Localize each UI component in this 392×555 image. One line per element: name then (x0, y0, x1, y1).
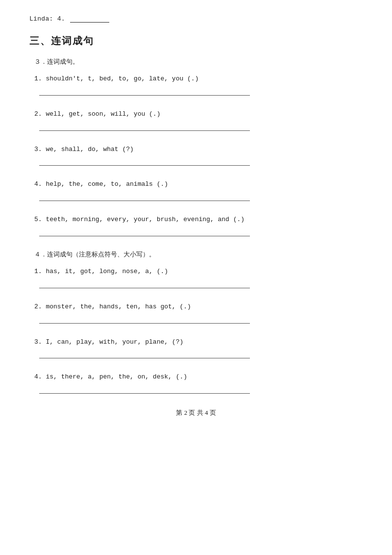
item-words: 3. we, shall, do, what (?) (34, 145, 363, 155)
item-words: 1. has, it, got, long, nose, a, (.) (34, 267, 363, 277)
item-text: shouldn't, t, bed, to, go, late, you (.) (46, 75, 198, 82)
subsection3-label: ３．连词成句。 (29, 57, 363, 66)
answer-line (39, 201, 250, 201)
section3-title: 三、连词成句 (29, 34, 363, 48)
answer-line (39, 165, 250, 166)
subsection4-items: 1. has, it, got, long, nose, a, (.) 2. m… (29, 267, 363, 394)
subsection3-items: 1. shouldn't, t, bed, to, go, late, you … (29, 74, 363, 236)
list-item: 5. teeth, morning, every, your, brush, e… (29, 215, 363, 236)
answer-line (39, 358, 250, 358)
subsection4-label: ４．连词成句（注意标点符号、大小写）。 (29, 250, 363, 259)
answer-line (39, 95, 250, 96)
list-item: 3. we, shall, do, what (?) (29, 145, 363, 166)
item-number: 2. (34, 303, 42, 310)
item-text: we, shall, do, what (?) (46, 146, 133, 153)
item-words: 5. teeth, morning, every, your, brush, e… (34, 215, 363, 225)
list-item: 1. has, it, got, long, nose, a, (.) (29, 267, 363, 288)
item-number: 4. (34, 373, 42, 380)
list-item: 4. help, the, come, to, animals (.) (29, 179, 363, 201)
answer-line (39, 393, 250, 394)
item-text: is, there, a, pen, the, on, desk, (.) (46, 373, 187, 380)
item-words: 2. well, get, soon, will, you (.) (34, 109, 363, 120)
top-linda-line: Linda: 4. (29, 15, 363, 23)
item-words: 1. shouldn't, t, bed, to, go, late, you … (34, 74, 363, 84)
item-number: 3. (34, 146, 42, 153)
page-info: 第 2 页 共 4 页 (176, 409, 216, 416)
page-footer: 第 2 页 共 4 页 (29, 408, 363, 417)
item-text: teeth, morning, every, your, brush, even… (46, 216, 245, 223)
list-item: 3. I, can, play, with, your, plane, (?) (29, 337, 363, 359)
item-text: help, the, come, to, animals (.) (46, 180, 168, 188)
item-words: 4. is, there, a, pen, the, on, desk, (.) (34, 372, 363, 382)
item-text: monster, the, hands, ten, has got, (.) (46, 303, 191, 310)
list-item: 4. is, there, a, pen, the, on, desk, (.) (29, 372, 363, 394)
item-text: I, can, play, with, your, plane, (?) (46, 338, 183, 346)
item-number: 2. (34, 110, 42, 118)
answer-line (39, 130, 250, 131)
item-words: 3. I, can, play, with, your, plane, (?) (34, 337, 363, 348)
item-words: 4. help, the, come, to, animals (.) (34, 179, 363, 190)
item-number: 5. (34, 216, 42, 223)
item-text: has, it, got, long, nose, a, (.) (46, 268, 168, 275)
list-item: 2. monster, the, hands, ten, has got, (.… (29, 302, 363, 324)
list-item: 1. shouldn't, t, bed, to, go, late, you … (29, 74, 363, 96)
item-number: 4. (34, 180, 42, 188)
linda-blank (70, 15, 109, 23)
item-text: well, get, soon, will, you (.) (46, 110, 160, 118)
item-number: 3. (34, 338, 42, 346)
list-item: 2. well, get, soon, will, you (.) (29, 109, 363, 131)
answer-line (39, 288, 250, 288)
item-number: 1. (34, 268, 42, 275)
item-words: 2. monster, the, hands, ten, has got, (.… (34, 302, 363, 312)
answer-line (39, 323, 250, 324)
item-number: 1. (34, 75, 42, 82)
answer-line (39, 236, 250, 236)
linda-label: Linda: 4. (29, 15, 65, 23)
